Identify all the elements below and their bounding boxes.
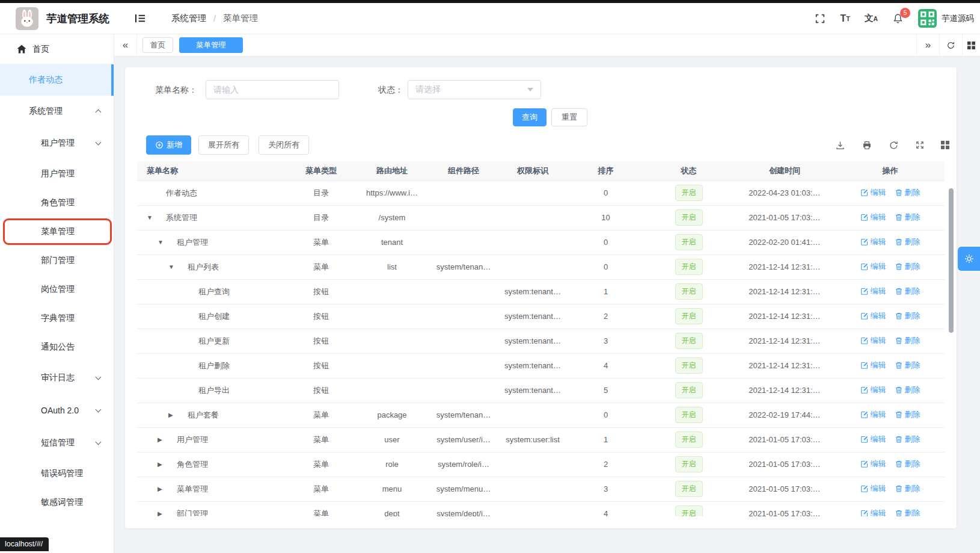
tree-expand-icon[interactable]: ▶: [158, 486, 168, 492]
tab-menu-management[interactable]: 菜单管理: [179, 37, 243, 53]
sidebar-item-label: 首页: [32, 44, 49, 55]
created-time-cell: 2021-12-14 12:31:…: [733, 329, 836, 353]
sidebar-item-home[interactable]: 首页: [0, 34, 114, 64]
actions-cell: 编辑删除: [836, 181, 945, 205]
tree-expand-icon[interactable]: ▶: [158, 436, 168, 443]
delete-button[interactable]: 删除: [895, 261, 920, 272]
menu-name-text: 租户创建: [198, 311, 230, 322]
sidebar-item-post-management[interactable]: 岗位管理: [0, 275, 114, 304]
expand-all-button[interactable]: 展开所有: [198, 135, 249, 155]
tabs-scroll-left-button[interactable]: «: [114, 34, 137, 56]
sidebar-item-system-management[interactable]: 系统管理: [0, 96, 114, 127]
delete-button[interactable]: 删除: [895, 409, 920, 420]
table-row: ▶用户管理菜单usersystem/user/i…system:user:lis…: [137, 427, 945, 452]
tabs-scroll-right-button[interactable]: »: [916, 34, 939, 56]
reset-button[interactable]: 重置: [551, 108, 587, 126]
user-menu[interactable]: 芋道源码: [918, 9, 974, 28]
tree-collapse-icon[interactable]: ▼: [147, 214, 158, 221]
status-select[interactable]: 请选择: [408, 80, 541, 99]
sidebar-item-author-activity[interactable]: 作者动态: [0, 64, 114, 96]
delete-button[interactable]: 删除: [895, 360, 920, 371]
tree-expand-icon[interactable]: ▶: [158, 461, 168, 468]
sidebar-item-label: 租户管理: [41, 138, 75, 149]
delete-button[interactable]: 删除: [895, 483, 920, 494]
settings-fab[interactable]: [958, 247, 980, 271]
edit-button[interactable]: 编辑: [860, 508, 886, 516]
edit-button[interactable]: 编辑: [860, 286, 886, 297]
breadcrumb-parent[interactable]: 系统管理: [171, 13, 206, 24]
component-cell: system/user/i…: [429, 427, 498, 452]
sidebar-item-sensitive-word-management[interactable]: 敏感词管理: [0, 488, 114, 517]
sort-cell: 2: [568, 452, 644, 477]
font-size-icon[interactable]: TT: [840, 13, 850, 24]
add-button[interactable]: 新增: [146, 135, 191, 155]
status-badge: 开启: [675, 333, 703, 349]
sidebar-item-sms-management[interactable]: 短信管理: [0, 427, 114, 459]
delete-button[interactable]: 删除: [895, 459, 920, 469]
sidebar-item-label: 菜单管理: [41, 226, 75, 237]
breadcrumb: 系统管理 / 菜单管理: [171, 13, 258, 24]
edit-button[interactable]: 编辑: [860, 310, 886, 321]
sidebar-item-dict-management[interactable]: 字典管理: [0, 304, 114, 333]
edit-button[interactable]: 编辑: [860, 483, 886, 494]
delete-button[interactable]: 删除: [895, 236, 920, 247]
delete-button[interactable]: 删除: [895, 310, 920, 321]
tree-collapse-icon[interactable]: ▼: [158, 239, 168, 246]
menu-name-text: 租户查询: [198, 286, 230, 297]
edit-button[interactable]: 编辑: [860, 360, 886, 371]
refresh-icon[interactable]: [889, 140, 899, 150]
sidebar-item-tenant-management[interactable]: 租户管理: [0, 127, 114, 159]
edit-button[interactable]: 编辑: [860, 409, 886, 420]
tree-collapse-icon[interactable]: ▼: [168, 264, 179, 270]
delete-button[interactable]: 删除: [895, 286, 920, 297]
print-icon[interactable]: [862, 140, 872, 150]
delete-button[interactable]: 删除: [895, 508, 920, 516]
edit-button[interactable]: 编辑: [860, 236, 886, 247]
fullscreen-expand-icon[interactable]: [915, 140, 925, 150]
route-cell: role: [355, 452, 429, 477]
menu-name-text: 菜单管理: [177, 484, 208, 495]
sidebar-fold-icon[interactable]: [135, 13, 146, 23]
avatar[interactable]: [918, 9, 937, 28]
sidebar-item-user-management[interactable]: 用户管理: [0, 159, 114, 188]
plus-circle-icon: [155, 141, 164, 149]
sidebar-item-audit-log[interactable]: 审计日志: [0, 362, 114, 394]
edit-button[interactable]: 编辑: [860, 385, 886, 395]
column-settings-grid-icon[interactable]: [941, 141, 949, 149]
sidebar-item-notice[interactable]: 通知公告: [0, 333, 114, 362]
sidebar-item-error-code-management[interactable]: 错误码管理: [0, 459, 114, 488]
created-time-cell: 2021-01-05 17:03:…: [733, 452, 836, 477]
tree-expand-icon[interactable]: ▶: [168, 412, 179, 418]
tabs-refresh-button[interactable]: [939, 34, 962, 56]
tree-expand-icon[interactable]: ▶: [158, 510, 168, 516]
edit-button[interactable]: 编辑: [860, 335, 886, 346]
delete-button[interactable]: 删除: [895, 212, 920, 223]
delete-button[interactable]: 删除: [895, 434, 920, 445]
fullscreen-icon[interactable]: [815, 13, 825, 24]
browser-status-bubble: localhost/#/: [0, 537, 49, 551]
edit-button[interactable]: 编辑: [860, 261, 886, 272]
table-scrollbar[interactable]: [949, 188, 954, 333]
delete-button[interactable]: 删除: [895, 187, 920, 198]
download-icon[interactable]: [835, 140, 845, 150]
delete-button[interactable]: 删除: [895, 385, 920, 395]
query-button[interactable]: 查询: [513, 108, 547, 126]
collapse-all-button[interactable]: 关闭所有: [259, 135, 309, 155]
edit-button[interactable]: 编辑: [860, 434, 886, 445]
menu-name-input[interactable]: [206, 80, 339, 99]
edit-button[interactable]: 编辑: [860, 459, 886, 469]
sidebar-item-menu-management[interactable]: 菜单管理: [0, 217, 114, 246]
tab-home[interactable]: 首页: [142, 37, 173, 53]
sidebar-item-role-management[interactable]: 角色管理: [0, 188, 114, 217]
gear-icon: [964, 253, 975, 264]
edit-button[interactable]: 编辑: [860, 212, 886, 223]
notification-bell-icon[interactable]: 5: [892, 13, 904, 25]
edit-button[interactable]: 编辑: [860, 187, 886, 198]
delete-button[interactable]: 删除: [895, 335, 920, 346]
permission-cell: system:tenant…: [498, 304, 568, 329]
language-icon[interactable]: 文A: [865, 13, 878, 24]
table-row: 作者动态目录https://www.i…0开启2022-04-23 01:03:…: [137, 181, 945, 205]
sidebar-item-dept-management[interactable]: 部门管理: [0, 246, 114, 275]
sidebar-item-oauth2[interactable]: OAuth 2.0: [0, 394, 114, 427]
tabs-grid-icon[interactable]: [962, 34, 980, 56]
